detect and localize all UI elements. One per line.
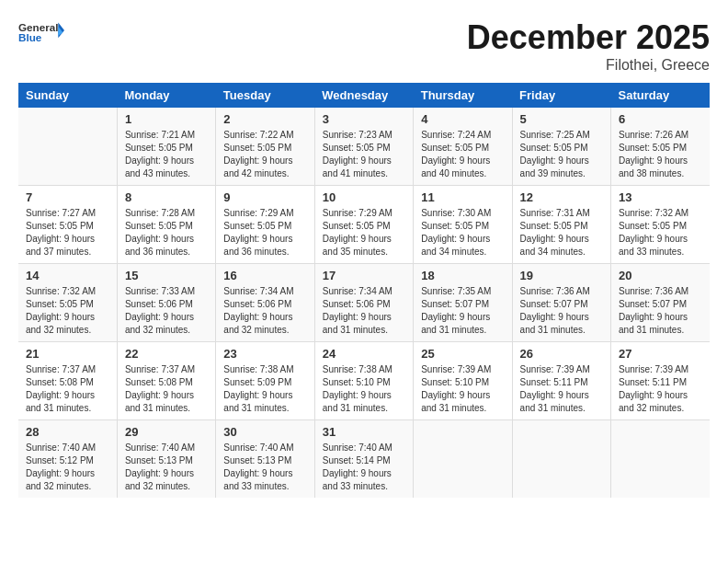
calendar-cell: 9Sunrise: 7:29 AM Sunset: 5:05 PM Daylig… <box>216 186 314 264</box>
day-info: Sunrise: 7:34 AM Sunset: 5:06 PM Dayligh… <box>323 285 405 337</box>
logo: General Blue <box>18 18 64 46</box>
calendar-cell: 25Sunrise: 7:39 AM Sunset: 5:10 PM Dayli… <box>414 342 512 420</box>
day-number: 9 <box>223 190 306 204</box>
day-info: Sunrise: 7:26 AM Sunset: 5:05 PM Dayligh… <box>619 129 702 180</box>
day-number: 24 <box>323 347 405 361</box>
day-info: Sunrise: 7:34 AM Sunset: 5:06 PM Dayligh… <box>223 285 306 337</box>
day-info: Sunrise: 7:36 AM Sunset: 5:07 PM Dayligh… <box>619 285 702 337</box>
day-number: 11 <box>421 190 504 204</box>
day-info: Sunrise: 7:33 AM Sunset: 5:06 PM Dayligh… <box>125 285 208 337</box>
day-number: 27 <box>619 347 702 361</box>
day-number: 31 <box>323 425 405 439</box>
day-of-week-header: Saturday <box>611 83 710 108</box>
calendar-cell: 14Sunrise: 7:32 AM Sunset: 5:05 PM Dayli… <box>18 264 117 342</box>
day-of-week-header: Monday <box>117 83 215 108</box>
calendar-cell: 1Sunrise: 7:21 AM Sunset: 5:05 PM Daylig… <box>117 108 215 186</box>
calendar-cell: 28Sunrise: 7:40 AM Sunset: 5:12 PM Dayli… <box>18 420 117 499</box>
day-number: 22 <box>125 347 208 361</box>
day-of-week-header: Friday <box>512 83 610 108</box>
calendar-cell <box>611 420 710 499</box>
day-info: Sunrise: 7:30 AM Sunset: 5:05 PM Dayligh… <box>421 207 504 259</box>
day-info: Sunrise: 7:25 AM Sunset: 5:05 PM Dayligh… <box>520 129 603 180</box>
calendar-cell: 30Sunrise: 7:40 AM Sunset: 5:13 PM Dayli… <box>216 420 314 499</box>
calendar-week-row: 1Sunrise: 7:21 AM Sunset: 5:05 PM Daylig… <box>18 108 710 186</box>
calendar-cell: 10Sunrise: 7:29 AM Sunset: 5:05 PM Dayli… <box>314 186 413 264</box>
day-number: 23 <box>223 347 306 361</box>
month-year: December 2025 <box>467 18 710 57</box>
day-info: Sunrise: 7:32 AM Sunset: 5:05 PM Dayligh… <box>619 207 702 259</box>
day-info: Sunrise: 7:38 AM Sunset: 5:10 PM Dayligh… <box>323 363 405 415</box>
day-info: Sunrise: 7:24 AM Sunset: 5:05 PM Dayligh… <box>421 129 504 180</box>
page-header: General Blue December 2025 Filothei, Gre… <box>18 18 710 74</box>
calendar-cell: 19Sunrise: 7:36 AM Sunset: 5:07 PM Dayli… <box>512 264 610 342</box>
calendar-cell: 11Sunrise: 7:30 AM Sunset: 5:05 PM Dayli… <box>414 186 512 264</box>
day-info: Sunrise: 7:40 AM Sunset: 5:14 PM Dayligh… <box>323 442 405 493</box>
calendar-cell: 3Sunrise: 7:23 AM Sunset: 5:05 PM Daylig… <box>314 108 413 186</box>
calendar-header-row: SundayMondayTuesdayWednesdayThursdayFrid… <box>18 83 710 108</box>
day-number: 28 <box>26 425 109 439</box>
day-info: Sunrise: 7:39 AM Sunset: 5:11 PM Dayligh… <box>619 363 702 415</box>
calendar-cell: 5Sunrise: 7:25 AM Sunset: 5:05 PM Daylig… <box>512 108 610 186</box>
calendar-cell <box>18 108 117 186</box>
calendar-table: SundayMondayTuesdayWednesdayThursdayFrid… <box>18 83 710 498</box>
day-info: Sunrise: 7:37 AM Sunset: 5:08 PM Dayligh… <box>26 363 109 415</box>
calendar-cell: 2Sunrise: 7:22 AM Sunset: 5:05 PM Daylig… <box>216 108 314 186</box>
day-number: 17 <box>323 269 405 282</box>
calendar-cell: 15Sunrise: 7:33 AM Sunset: 5:06 PM Dayli… <box>117 264 215 342</box>
day-number: 14 <box>26 269 109 282</box>
day-info: Sunrise: 7:22 AM Sunset: 5:05 PM Dayligh… <box>223 129 306 180</box>
day-number: 13 <box>619 190 702 204</box>
calendar-cell: 20Sunrise: 7:36 AM Sunset: 5:07 PM Dayli… <box>611 264 710 342</box>
day-number: 3 <box>323 112 405 126</box>
calendar-week-row: 28Sunrise: 7:40 AM Sunset: 5:12 PM Dayli… <box>18 420 710 499</box>
day-number: 6 <box>619 112 702 126</box>
day-number: 18 <box>421 269 504 282</box>
location: Filothei, Greece <box>467 57 710 74</box>
day-number: 29 <box>125 425 208 439</box>
day-info: Sunrise: 7:39 AM Sunset: 5:10 PM Dayligh… <box>421 363 504 415</box>
day-info: Sunrise: 7:27 AM Sunset: 5:05 PM Dayligh… <box>26 207 109 259</box>
day-number: 20 <box>619 269 702 282</box>
calendar-cell: 4Sunrise: 7:24 AM Sunset: 5:05 PM Daylig… <box>414 108 512 186</box>
day-number: 25 <box>421 347 504 361</box>
title-block: December 2025 Filothei, Greece <box>467 18 710 74</box>
calendar-week-row: 21Sunrise: 7:37 AM Sunset: 5:08 PM Dayli… <box>18 342 710 420</box>
calendar-cell: 16Sunrise: 7:34 AM Sunset: 5:06 PM Dayli… <box>216 264 314 342</box>
day-number: 1 <box>125 112 208 126</box>
calendar-cell: 13Sunrise: 7:32 AM Sunset: 5:05 PM Dayli… <box>611 186 710 264</box>
calendar-week-row: 7Sunrise: 7:27 AM Sunset: 5:05 PM Daylig… <box>18 186 710 264</box>
day-info: Sunrise: 7:40 AM Sunset: 5:12 PM Dayligh… <box>26 442 109 493</box>
day-of-week-header: Tuesday <box>216 83 314 108</box>
calendar-cell <box>414 420 512 499</box>
day-number: 4 <box>421 112 504 126</box>
day-number: 2 <box>223 112 306 126</box>
svg-text:Blue: Blue <box>18 31 42 43</box>
logo-svg: General Blue <box>18 18 64 46</box>
day-number: 30 <box>223 425 306 439</box>
day-info: Sunrise: 7:39 AM Sunset: 5:11 PM Dayligh… <box>520 363 603 415</box>
day-info: Sunrise: 7:36 AM Sunset: 5:07 PM Dayligh… <box>520 285 603 337</box>
calendar-cell: 26Sunrise: 7:39 AM Sunset: 5:11 PM Dayli… <box>512 342 610 420</box>
day-info: Sunrise: 7:40 AM Sunset: 5:13 PM Dayligh… <box>223 442 306 493</box>
calendar-cell: 23Sunrise: 7:38 AM Sunset: 5:09 PM Dayli… <box>216 342 314 420</box>
day-info: Sunrise: 7:35 AM Sunset: 5:07 PM Dayligh… <box>421 285 504 337</box>
day-number: 8 <box>125 190 208 204</box>
day-number: 7 <box>26 190 109 204</box>
calendar-cell: 22Sunrise: 7:37 AM Sunset: 5:08 PM Dayli… <box>117 342 215 420</box>
calendar-cell: 27Sunrise: 7:39 AM Sunset: 5:11 PM Dayli… <box>611 342 710 420</box>
day-info: Sunrise: 7:38 AM Sunset: 5:09 PM Dayligh… <box>223 363 306 415</box>
day-number: 26 <box>520 347 603 361</box>
calendar-cell: 12Sunrise: 7:31 AM Sunset: 5:05 PM Dayli… <box>512 186 610 264</box>
day-number: 15 <box>125 269 208 282</box>
day-of-week-header: Thursday <box>414 83 512 108</box>
calendar-cell: 17Sunrise: 7:34 AM Sunset: 5:06 PM Dayli… <box>314 264 413 342</box>
day-number: 10 <box>323 190 405 204</box>
day-number: 12 <box>520 190 603 204</box>
calendar-cell <box>512 420 610 499</box>
day-number: 16 <box>223 269 306 282</box>
day-info: Sunrise: 7:32 AM Sunset: 5:05 PM Dayligh… <box>26 285 109 337</box>
day-info: Sunrise: 7:37 AM Sunset: 5:08 PM Dayligh… <box>125 363 208 415</box>
calendar-cell: 8Sunrise: 7:28 AM Sunset: 5:05 PM Daylig… <box>117 186 215 264</box>
calendar-cell: 18Sunrise: 7:35 AM Sunset: 5:07 PM Dayli… <box>414 264 512 342</box>
day-info: Sunrise: 7:29 AM Sunset: 5:05 PM Dayligh… <box>323 207 405 259</box>
